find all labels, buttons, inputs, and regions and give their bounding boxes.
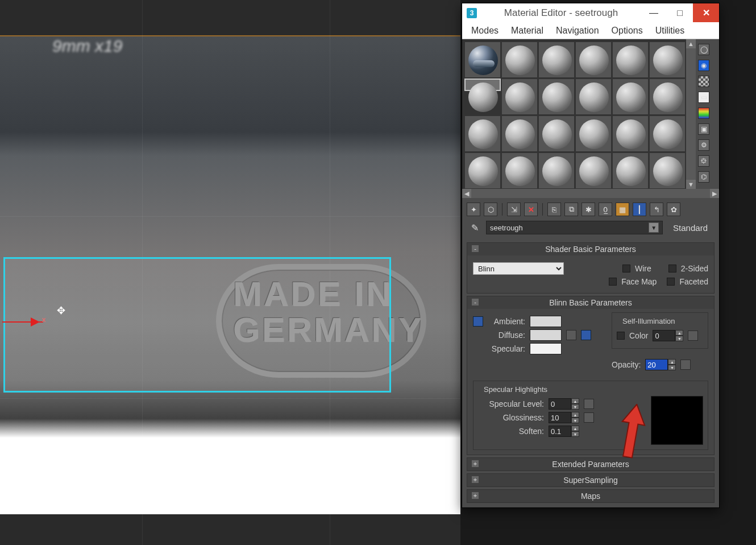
self-illum-spinner[interactable]: ▲▼	[653, 330, 683, 341]
scroll-down-arrow-icon[interactable]: ▼	[686, 180, 696, 189]
sample-slot[interactable]	[501, 42, 538, 78]
ambient-diffuse-lock-icon[interactable]	[473, 316, 483, 327]
rollout-collapse-icon[interactable]: -	[472, 245, 479, 252]
background-icon[interactable]	[698, 76, 709, 87]
specular-level-spinner[interactable]: ▲▼	[549, 398, 579, 410]
rollout-expand-icon[interactable]: +	[472, 460, 479, 467]
go-forward-icon[interactable]: ✿	[667, 203, 680, 216]
sample-slot[interactable]	[612, 115, 649, 152]
sample-slot[interactable]	[649, 115, 686, 152]
video-color-check-icon[interactable]	[698, 108, 709, 119]
scroll-up-arrow-icon[interactable]: ▲	[686, 39, 696, 48]
self-illum-map-button[interactable]	[688, 331, 698, 341]
self-illum-value[interactable]	[653, 330, 675, 341]
sample-slot[interactable]	[575, 79, 612, 115]
soften-spinner[interactable]: ▲▼	[549, 426, 579, 437]
sample-slot[interactable]	[501, 115, 538, 152]
sample-slot[interactable]	[464, 42, 501, 78]
show-end-result-icon[interactable]: ┃	[633, 203, 646, 216]
opacity-map-button[interactable]	[680, 360, 691, 370]
sample-uv-icon[interactable]: ▭	[698, 92, 709, 103]
sample-slot[interactable]	[649, 42, 686, 78]
wire-checkbox[interactable]	[622, 265, 630, 272]
sample-slot[interactable]	[575, 152, 612, 189]
sample-slot[interactable]	[538, 42, 575, 78]
close-button[interactable]: ✕	[693, 3, 719, 22]
material-id-icon[interactable]: 0̲	[599, 203, 612, 216]
menu-navigation[interactable]: Navigation	[550, 23, 605, 38]
samples-horizontal-scrollbar[interactable]: ◀ ▶	[462, 189, 719, 198]
put-to-library-icon[interactable]: ✱	[581, 203, 595, 216]
put-to-scene-icon[interactable]: ⬡	[484, 203, 497, 216]
sample-slot[interactable]	[575, 115, 612, 152]
select-by-material-icon[interactable]: ⯐	[698, 155, 709, 167]
material-name-combo[interactable]: seetrough ▼	[486, 221, 663, 234]
sample-slot[interactable]	[501, 79, 538, 115]
make-unique-icon[interactable]: ⧉	[564, 203, 578, 216]
rollout-collapse-icon[interactable]: -	[472, 299, 479, 305]
sample-slot[interactable]	[575, 42, 612, 78]
diffuse-map-button[interactable]	[566, 330, 576, 340]
sample-slot[interactable]	[612, 42, 649, 78]
menu-modes[interactable]: Modes	[466, 23, 504, 38]
samples-vertical-scrollbar[interactable]: ▲ ▼	[686, 39, 696, 189]
rollout-expand-icon[interactable]: +	[472, 492, 479, 499]
make-preview-icon[interactable]: ▣	[698, 123, 709, 135]
sample-slot[interactable]	[538, 79, 575, 115]
maximize-button[interactable]: □	[667, 3, 693, 22]
go-to-parent-icon[interactable]: ↰	[650, 203, 663, 216]
menu-material[interactable]: Material	[505, 23, 549, 38]
sample-slot[interactable]	[538, 152, 575, 189]
glossiness-spinner[interactable]: ▲▼	[549, 412, 579, 423]
scroll-left-arrow-icon[interactable]: ◀	[462, 189, 471, 198]
sample-slot[interactable]	[612, 152, 649, 189]
backlight-icon[interactable]: ◉	[698, 60, 709, 71]
glossiness-map-button[interactable]	[584, 412, 594, 423]
options-icon[interactable]: ⚙	[698, 139, 709, 151]
reset-map-icon[interactable]: ✕	[524, 203, 538, 216]
sample-slot[interactable]	[464, 115, 501, 152]
specular-color-swatch[interactable]	[530, 343, 562, 354]
transform-gizmo-x-axis[interactable]	[2, 321, 43, 323]
sample-slot-selected[interactable]	[464, 79, 501, 91]
show-map-in-viewport-icon[interactable]: ▦	[616, 203, 629, 216]
rollout-header[interactable]: - Blinn Basic Parameters	[467, 296, 714, 309]
menu-options[interactable]: Options	[606, 23, 649, 38]
face-map-checkbox[interactable]	[609, 278, 617, 286]
soften-value[interactable]	[549, 426, 571, 437]
two-sided-checkbox[interactable]	[668, 265, 676, 272]
sample-slot[interactable]	[501, 152, 538, 189]
make-copy-icon[interactable]: ⎘	[547, 203, 561, 216]
menu-utilities[interactable]: Utilities	[650, 23, 691, 38]
titlebar[interactable]: 3 Material Editor - seetrough — □ ✕	[462, 3, 719, 22]
get-material-icon[interactable]: ✦	[467, 203, 480, 216]
sample-slot[interactable]	[612, 79, 649, 115]
sample-slot[interactable]	[538, 115, 575, 152]
faceted-checkbox[interactable]	[667, 278, 675, 286]
sample-slot[interactable]	[464, 152, 501, 189]
rollout-header[interactable]: + SuperSampling	[467, 474, 714, 486]
viewport[interactable]: 9mm x19 MADE IN GERMANY ✥ x	[0, 0, 460, 545]
rollout-header[interactable]: - Shader Basic Parameters	[467, 243, 714, 255]
sample-type-icon[interactable]: ◯	[698, 44, 709, 55]
material-map-navigator-icon[interactable]: ⌬	[698, 171, 709, 183]
diffuse-specular-lock-icon[interactable]	[581, 330, 591, 340]
opacity-value[interactable]	[645, 359, 668, 370]
opacity-spinner[interactable]: ▲▼	[645, 359, 676, 370]
rollout-expand-icon[interactable]: +	[472, 476, 479, 483]
specular-level-value[interactable]	[549, 398, 571, 410]
self-illum-color-checkbox[interactable]	[617, 332, 625, 340]
material-type-button[interactable]: Standard	[668, 222, 712, 234]
chevron-down-icon[interactable]: ▼	[649, 222, 659, 233]
sample-slot[interactable]	[649, 152, 686, 189]
scroll-right-arrow-icon[interactable]: ▶	[710, 189, 719, 198]
sample-slot[interactable]	[649, 79, 686, 115]
rollout-header[interactable]: + Extended Parameters	[467, 458, 714, 470]
assign-to-selection-icon[interactable]: ⇲	[507, 203, 521, 216]
glossiness-value[interactable]	[549, 412, 571, 423]
shader-type-select[interactable]: Blinn	[473, 262, 564, 275]
specular-level-map-button[interactable]	[584, 399, 594, 409]
ambient-color-swatch[interactable]	[530, 316, 562, 327]
minimize-button[interactable]: —	[641, 3, 667, 22]
pick-material-icon[interactable]: ✎	[469, 222, 480, 233]
